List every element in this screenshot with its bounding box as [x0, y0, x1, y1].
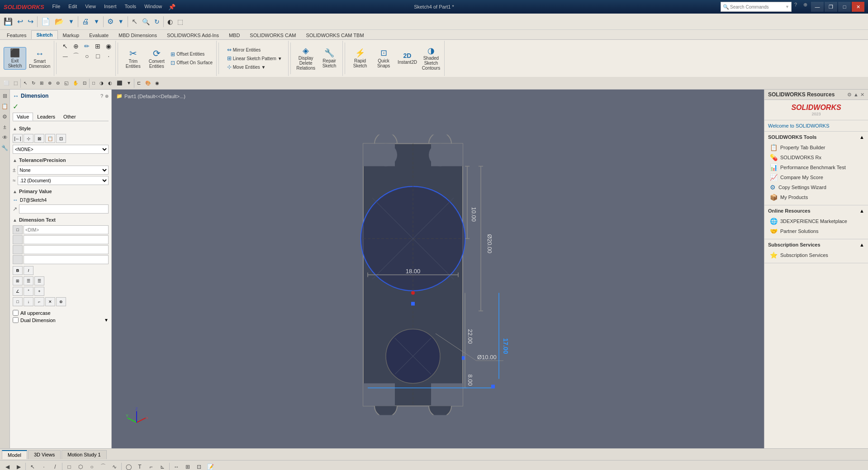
sketch-line-btn[interactable]: / — [50, 461, 61, 470]
minimize-button[interactable]: — — [811, 2, 824, 12]
degree-btn[interactable]: ° — [24, 287, 33, 296]
relation-btn[interactable]: ⊞ — [182, 461, 193, 470]
view-rotate-btn[interactable]: ↻ — [152, 15, 161, 28]
tab-other[interactable]: Other — [59, 113, 80, 121]
style-btn-2[interactable]: ⊹ — [24, 134, 33, 143]
format-bold-btn[interactable]: B — [13, 266, 23, 275]
tab-evaluate[interactable]: Evaluate — [84, 31, 114, 39]
normal-to-btn[interactable]: ⊡ — [81, 78, 88, 88]
select-all-btn[interactable]: ↖ — [27, 461, 38, 470]
motion-study-1-tab[interactable]: Motion Study 1 — [62, 450, 106, 459]
print-btn[interactable]: 🖨 — [80, 15, 91, 28]
tab-markup[interactable]: Markup — [58, 31, 85, 39]
quick-access-save[interactable]: 💾 — [2, 15, 14, 28]
3dexperience-marketplace-item[interactable]: 🌐 3DEXPERIENCE Marketplace — [768, 216, 864, 226]
menu-insert[interactable]: Insert — [100, 3, 120, 11]
property-tab-builder-item[interactable]: 📋 Property Tab Builder — [768, 142, 864, 152]
trim-entities-btn[interactable]: ✂ TrimEntities — [122, 47, 144, 70]
sketch-fillet-btn[interactable]: ⌐ — [146, 461, 157, 470]
menu-window[interactable]: Window — [141, 3, 166, 11]
hidden-lines-btn[interactable]: ⬛ — [115, 78, 124, 88]
shaded-btn[interactable]: ◑ — [98, 78, 105, 88]
display-delete-relations-btn[interactable]: ◈ DisplayDeleteRelations — [294, 45, 317, 72]
cursor-btn[interactable]: ↖ — [22, 78, 29, 88]
plus-btn[interactable]: + — [34, 287, 44, 296]
rapid-sketch-btn[interactable]: ⚡ RapidSketch — [349, 47, 371, 69]
section-view-btn2[interactable]: ⊏ — [135, 78, 142, 88]
offset-entities-btn[interactable]: ⊞ Offset Entities — [169, 50, 214, 58]
dim-text-section-header[interactable]: ▲ Dimension Text — [13, 216, 109, 223]
display-mode-btn[interactable]: ▼ — [125, 78, 133, 88]
primary-value-input[interactable]: 17.00mm — [19, 204, 109, 214]
wireframe-btn[interactable]: □ — [90, 78, 97, 88]
sketch-spline-btn[interactable]: ∿ — [109, 461, 120, 470]
sketch-ellipse-btn[interactable]: ◯ — [123, 461, 134, 470]
angle-btn[interactable]: ∠ — [13, 287, 23, 296]
align-left-btn[interactable]: ⊞ — [13, 276, 23, 285]
tab-features[interactable]: Features — [2, 31, 31, 39]
cross-btn[interactable]: ✕ — [45, 297, 55, 306]
new-btn[interactable]: 📄 — [39, 15, 52, 28]
rotate-view-btn[interactable]: ↻ — [30, 78, 37, 88]
feature-manager-tab[interactable]: ⊞ — [0, 91, 9, 100]
prev-btn[interactable]: ◀ — [2, 461, 13, 470]
align-right-btn[interactable]: ☰ — [34, 276, 44, 285]
section-view-btn[interactable]: ⬚ — [175, 15, 185, 28]
right-panel-gear-icon[interactable]: ⚙ — [847, 92, 852, 98]
compare-my-score-item[interactable]: 📈 Compare My Score — [768, 172, 864, 182]
sketch-polygon-btn[interactable]: ⬡ — [75, 461, 86, 470]
panel-expand-icon[interactable]: ⊕ — [105, 94, 109, 99]
sketch-circle-btn[interactable]: ○ — [86, 461, 97, 470]
mirror-entities-btn[interactable]: ⇔ Mirror Entities — [225, 46, 284, 54]
zoom-out-btn[interactable]: ⊖ — [54, 78, 62, 88]
close-button[interactable]: ✕ — [852, 2, 864, 12]
maximize-button[interactable]: □ — [838, 2, 851, 12]
down-arrow-btn[interactable]: ↓ — [24, 297, 33, 306]
sketch-chamfer-btn[interactable]: ⊾ — [157, 461, 168, 470]
copy-settings-wizard-item[interactable]: ⚙ Copy Settings Wizard — [768, 182, 864, 192]
shaded-sketch-contours-btn[interactable]: ◑ ShadedSketchContours — [420, 45, 442, 72]
dim-xpert-tab[interactable]: ± — [0, 123, 9, 132]
primary-value-section-header[interactable]: ▲ Primary Value — [13, 188, 109, 195]
tab-leaders[interactable]: Leaders — [33, 113, 59, 121]
menu-tools[interactable]: Tools — [121, 3, 140, 11]
tab-solidworks-cam[interactable]: SOLIDWORKS CAM — [245, 31, 301, 39]
dim-text-last-input[interactable] — [24, 255, 109, 264]
zoom-in-btn[interactable]: ⊕ — [46, 78, 53, 88]
next-btn[interactable]: ▶ — [13, 461, 24, 470]
style-btn-4[interactable]: 📋 — [45, 134, 55, 143]
move-entities-btn[interactable]: ⊹ Move Entities ▼ — [225, 63, 284, 71]
dim-text-above-input[interactable] — [24, 225, 109, 234]
options2-btn[interactable]: ▼ — [116, 15, 126, 28]
note-btn[interactable]: 📝 — [205, 461, 216, 470]
my-products-item[interactable]: 📦 My Products — [768, 192, 864, 202]
quick-snaps-btn[interactable]: ⊡ QuickSnaps — [372, 47, 395, 69]
select-btn[interactable]: ↖ — [130, 15, 139, 28]
dim-text-below-input[interactable] — [24, 245, 109, 254]
all-uppercase-checkbox[interactable] — [13, 310, 19, 316]
sketch-point-btn[interactable]: · — [38, 461, 49, 470]
select-tool-btn[interactable]: ↖ — [60, 42, 70, 51]
format-italic-btn[interactable]: I — [24, 266, 33, 275]
rect-tool-btn[interactable]: □ — [93, 51, 103, 61]
3d-views-tab[interactable]: 3D Views — [28, 450, 61, 459]
repair-sketch-btn[interactable]: 🔧 RepairSketch — [318, 47, 341, 69]
style-dropdown[interactable]: <NONE> — [13, 145, 109, 154]
sketch-rect-btn[interactable]: □ — [64, 461, 75, 470]
line-tool-btn[interactable]: — — [60, 51, 70, 61]
confirm-check[interactable]: ✓ — [13, 102, 109, 111]
linear-sketch-pattern-btn[interactable]: ⊞ Linear Sketch Pattern ▼ — [225, 54, 284, 62]
cam-tab[interactable]: 🔧 — [0, 143, 9, 152]
style-btn-5[interactable]: ⊡ — [56, 134, 66, 143]
scene-btn[interactable]: ◉ — [153, 78, 161, 88]
zoom-area-btn[interactable]: ◱ — [62, 78, 70, 88]
search-dropdown-icon[interactable]: ▼ — [785, 5, 789, 9]
restore-button[interactable]: ❐ — [825, 2, 837, 12]
zoom-tool-btn[interactable]: ⊕ — [71, 42, 81, 51]
sketch-tools-btn[interactable]: ✏ — [82, 42, 92, 51]
help-icon[interactable]: ? — [792, 2, 800, 12]
tolerance-section-header[interactable]: ▲ Tolerance/Precision — [13, 157, 109, 164]
options-btn[interactable]: ⚙ — [105, 15, 115, 28]
panel-help-icon[interactable]: ? — [100, 93, 103, 99]
menu-edit[interactable]: Edit — [65, 3, 81, 11]
